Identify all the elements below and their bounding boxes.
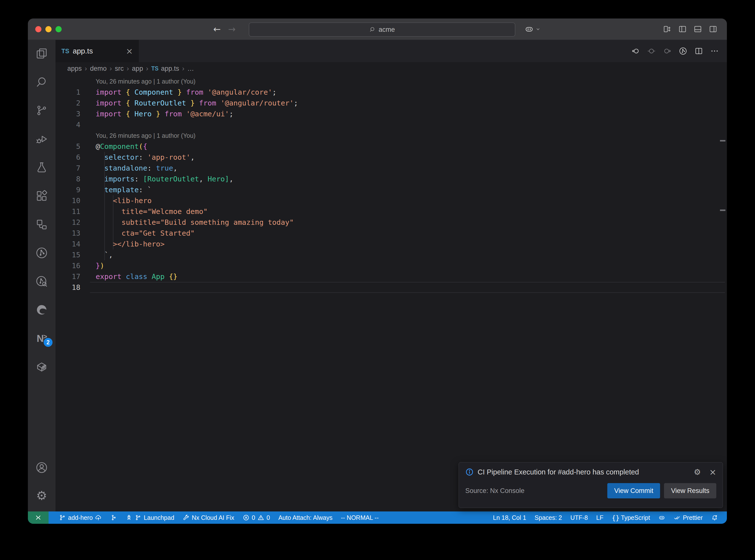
- line-number[interactable]: 5: [56, 141, 80, 152]
- circle-dash-icon[interactable]: [647, 46, 656, 56]
- line-number[interactable]: 18: [56, 282, 80, 293]
- activity-item-source-control[interactable]: [28, 104, 56, 117]
- activity-item-explorer[interactable]: [28, 47, 56, 60]
- blame-annotation[interactable]: You, 26 minutes ago | 1 author (You): [56, 76, 727, 87]
- split-editor-icon[interactable]: [694, 46, 703, 56]
- activity-item-edge-browser[interactable]: [28, 303, 56, 316]
- status-git-branch[interactable]: add-hero: [56, 514, 105, 521]
- command-center-search[interactable]: acme: [249, 22, 515, 37]
- error-circle-icon: [243, 514, 250, 521]
- line-number[interactable]: 10: [56, 195, 80, 206]
- breadcrumb-item-[interactable]: …: [187, 65, 194, 73]
- line-number[interactable]: 4: [56, 119, 80, 130]
- forward-icon[interactable]: →: [228, 24, 236, 34]
- activity-item-nx-graph-search[interactable]: [28, 275, 56, 288]
- code-line-1[interactable]: 1import { Component } from '@angular/cor…: [56, 87, 727, 98]
- activity-item-settings[interactable]: ⚙: [28, 489, 56, 502]
- line-number[interactable]: 1: [56, 87, 80, 98]
- activity-item-containers[interactable]: [28, 361, 56, 374]
- status-nx-cloud-ai-fix[interactable]: Nx Cloud AI Fix: [180, 514, 237, 521]
- activity-item-search[interactable]: [28, 76, 56, 88]
- close-tab-icon[interactable]: ×: [126, 47, 133, 55]
- activity-item-nx-project-graph[interactable]: [28, 246, 56, 259]
- code-line-18[interactable]: 18: [56, 282, 727, 293]
- code-line-17[interactable]: 17export class App {}: [56, 271, 727, 282]
- status-problems[interactable]: 00: [240, 514, 273, 521]
- code-line-6[interactable]: 6 selector: 'app-root',: [56, 152, 727, 163]
- line-number[interactable]: 9: [56, 184, 80, 195]
- notification-settings-icon[interactable]: ⚙: [694, 468, 701, 476]
- code-line-10[interactable]: 10 <lib-hero: [56, 195, 727, 206]
- remote-indicator[interactable]: [28, 512, 48, 524]
- back-icon[interactable]: ←: [213, 24, 221, 34]
- tab-app-ts[interactable]: TS app.ts ×: [56, 40, 139, 62]
- code-line-11[interactable]: 11 title="Welcmoe demo": [56, 206, 727, 217]
- status-cursor-position[interactable]: Ln 18, Col 1: [490, 514, 529, 521]
- breadcrumb-item-demo[interactable]: demo: [90, 65, 107, 73]
- line-number[interactable]: 16: [56, 260, 80, 271]
- activity-item-extensions[interactable]: [28, 189, 56, 202]
- status-eol[interactable]: LF: [593, 514, 606, 521]
- status-auto-attach[interactable]: Auto Attach: Always: [275, 514, 336, 521]
- activity-item-references[interactable]: [28, 218, 56, 231]
- code-line-3[interactable]: 3import { Hero } from '@acme/ui';: [56, 108, 727, 119]
- view-commit-button[interactable]: View Commit: [607, 483, 660, 498]
- code-line-16[interactable]: 16}): [56, 260, 727, 271]
- breadcrumb-item-appts[interactable]: TSapp.ts: [151, 65, 179, 73]
- layout-left-icon[interactable]: [678, 25, 687, 34]
- status-indentation[interactable]: Spaces: 2: [532, 514, 565, 521]
- activity-item-accounts[interactable]: [28, 461, 56, 474]
- status-encoding[interactable]: UTF-8: [568, 514, 591, 521]
- line-number[interactable]: 13: [56, 228, 80, 239]
- line-number[interactable]: 14: [56, 239, 80, 249]
- close-window-button[interactable]: [35, 26, 41, 32]
- code-line-14[interactable]: 14 ></lib-hero>: [56, 239, 727, 249]
- line-number[interactable]: 2: [56, 98, 80, 108]
- layout-bottom-icon[interactable]: [693, 25, 702, 34]
- layout-right-icon[interactable]: [709, 25, 717, 34]
- line-number[interactable]: 3: [56, 108, 80, 119]
- breadcrumb-item-src[interactable]: src: [115, 65, 124, 73]
- code-line-7[interactable]: 7 standalone: true,: [56, 163, 727, 174]
- copilot-menu[interactable]: [524, 19, 541, 40]
- line-number[interactable]: 12: [56, 217, 80, 228]
- line-number[interactable]: 11: [56, 206, 80, 217]
- activity-item-run-debug[interactable]: [28, 133, 56, 145]
- status-notifications-bell[interactable]: [708, 514, 721, 521]
- code-line-13[interactable]: 13 cta="Get Started": [56, 228, 727, 239]
- close-icon[interactable]: ×: [709, 468, 717, 476]
- code-line-8[interactable]: 8 imports: [RouterOutlet, Hero],: [56, 174, 727, 184]
- circle-arrow-left-icon[interactable]: [631, 46, 640, 56]
- code-line-12[interactable]: 12 subtitle="Build something amazing tod…: [56, 217, 727, 228]
- code-line-9[interactable]: 9 template: `: [56, 184, 727, 195]
- code-line-2[interactable]: 2import { RouterOutlet } from '@angular/…: [56, 98, 727, 108]
- status-language-mode[interactable]: {}TypeScript: [609, 514, 653, 521]
- line-number[interactable]: 7: [56, 163, 80, 174]
- graph-circle-icon[interactable]: [679, 46, 688, 56]
- more-actions-icon[interactable]: [710, 46, 719, 56]
- activity-item-testing[interactable]: [28, 161, 56, 174]
- code-editor[interactable]: You, 26 minutes ago | 1 author (You)1imp…: [56, 75, 727, 512]
- minimize-window-button[interactable]: [45, 26, 52, 32]
- code-line-4[interactable]: 4: [56, 119, 727, 130]
- activity-item-nx-console[interactable]: N>2: [28, 332, 56, 345]
- code-line-5[interactable]: 5@Component({: [56, 141, 727, 152]
- status-formatter-prettier[interactable]: Prettier: [671, 514, 706, 521]
- breadcrumb-item-apps[interactable]: apps: [67, 65, 82, 73]
- blame-annotation[interactable]: You, 26 minutes ago | 1 author (You): [56, 130, 727, 141]
- view-results-button[interactable]: View Results: [664, 483, 716, 498]
- circle-arrow-right-icon[interactable]: [663, 46, 672, 56]
- line-number[interactable]: 6: [56, 152, 80, 163]
- status-copilot-status[interactable]: [655, 514, 668, 521]
- status-gitlens-launchpad[interactable]: Launchpad: [122, 514, 177, 521]
- customize-layout-icon[interactable]: [663, 25, 672, 34]
- line-number[interactable]: 8: [56, 174, 80, 184]
- status-vim-mode[interactable]: -- NORMAL --: [338, 514, 381, 521]
- maximize-window-button[interactable]: [56, 26, 62, 32]
- line-number[interactable]: 15: [56, 249, 80, 260]
- status-gitlens-compare[interactable]: [107, 514, 120, 521]
- line-number[interactable]: 17: [56, 271, 80, 282]
- breadcrumb-separator: ›: [182, 65, 184, 73]
- breadcrumb-item-app[interactable]: app: [132, 65, 143, 73]
- code-line-15[interactable]: 15 `,: [56, 249, 727, 260]
